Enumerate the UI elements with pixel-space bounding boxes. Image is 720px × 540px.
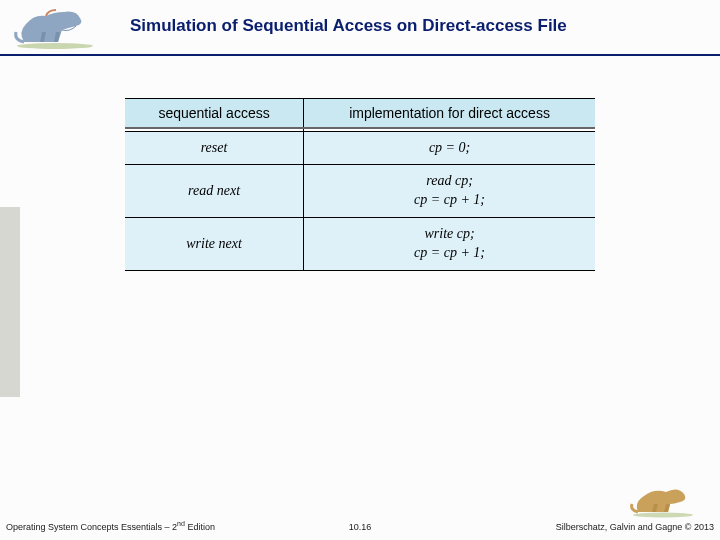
slide-title: Simulation of Sequential Access on Direc… <box>130 16 567 36</box>
dinosaur-icon <box>626 478 700 518</box>
table-row: read next read cp;cp = cp + 1; <box>125 165 595 218</box>
cell-op: reset <box>125 131 304 165</box>
col-header-sequential: sequential access <box>125 99 304 129</box>
footer-copyright: Silberschatz, Galvin and Gagne © 2013 <box>556 522 714 532</box>
cell-impl: cp = 0; <box>304 131 595 165</box>
svg-point-1 <box>633 513 693 518</box>
slide-header: Simulation of Sequential Access on Direc… <box>0 0 720 56</box>
slide-footer: Operating System Concepts Essentials – 2… <box>0 492 720 540</box>
col-header-implementation: implementation for direct access <box>304 99 595 129</box>
access-simulation-table: sequential access implementation for dir… <box>125 98 595 271</box>
left-sidebar-accent <box>0 207 20 397</box>
table-row: reset cp = 0; <box>125 131 595 165</box>
title-underline <box>0 54 720 56</box>
svg-point-0 <box>17 43 93 49</box>
table-row: write next write cp;cp = cp + 1; <box>125 218 595 271</box>
cell-op: write next <box>125 218 304 271</box>
cell-impl: write cp;cp = cp + 1; <box>304 218 595 271</box>
cell-op: read next <box>125 165 304 218</box>
cell-impl: read cp;cp = cp + 1; <box>304 165 595 218</box>
table-header-row: sequential access implementation for dir… <box>125 99 595 129</box>
dinosaur-icon <box>10 2 100 50</box>
